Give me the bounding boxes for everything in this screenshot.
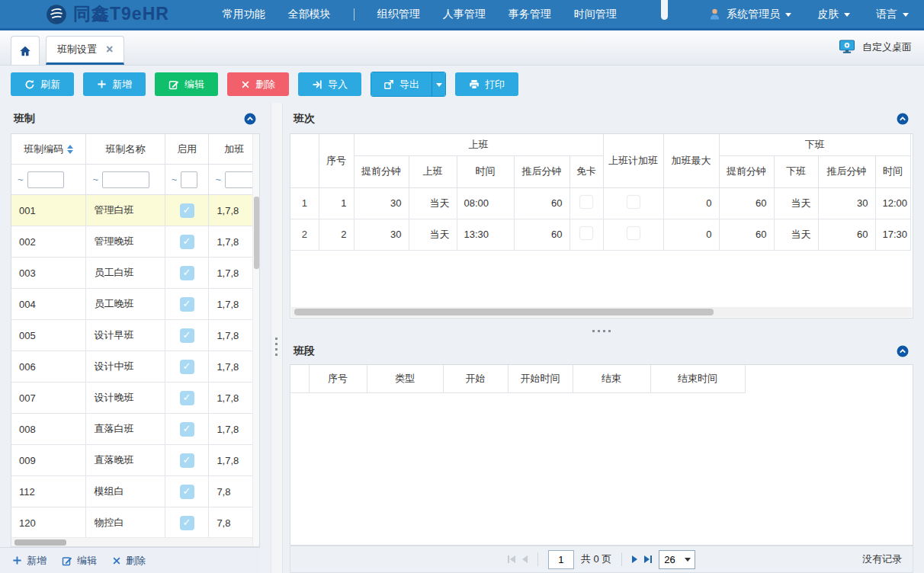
scrollbar-thumb[interactable] — [254, 197, 259, 269]
shift-system-footer: 新增 编辑 删除 — [0, 547, 260, 573]
shift-system-row[interactable]: 005设计早班1,7,8 — [11, 320, 259, 351]
checkbox-unchecked-icon[interactable] — [579, 195, 593, 209]
checkbox-checked-icon[interactable] — [180, 235, 194, 249]
footer-delete-link[interactable]: 删除 — [112, 554, 146, 568]
col-off-time[interactable]: 时间 — [875, 155, 910, 187]
shift-system-row[interactable]: 120物控白7,8 — [11, 507, 259, 539]
col-enabled[interactable]: 启用 — [165, 134, 210, 164]
shift-system-row[interactable]: 007设计晚班1,7,8 — [11, 383, 259, 414]
panel-splitter-vertical[interactable] — [271, 103, 283, 573]
export-button[interactable]: 导出 — [371, 72, 432, 96]
last-page-button[interactable] — [644, 555, 652, 563]
shift-row[interactable]: 1130当天08:0060060当天3012:00 — [290, 187, 910, 219]
checkbox-checked-icon[interactable] — [180, 266, 194, 280]
shift-system-row[interactable]: 006设计中班1,7,8 — [11, 351, 259, 383]
col-seq[interactable]: 序号 — [319, 134, 354, 187]
segment-col-1[interactable]: 序号 — [309, 365, 367, 392]
shift-system-row[interactable]: 002管理晚班1,7,8 — [11, 226, 259, 258]
vertical-scrollbar[interactable] — [252, 134, 259, 546]
segment-col-5[interactable]: 结束 — [573, 365, 650, 392]
filter-overtime-input[interactable] — [225, 171, 255, 188]
shift-system-row[interactable]: 112模组白7,8 — [11, 476, 259, 507]
nav-item-2[interactable]: 全部模块 — [288, 8, 331, 21]
checkbox-checked-icon[interactable] — [180, 391, 194, 405]
col-on-overtime[interactable]: 上班计加班 — [603, 134, 663, 187]
print-button[interactable]: 打印 — [455, 72, 518, 96]
cell-name: 设计早班 — [86, 320, 165, 351]
shift-system-row[interactable]: 003员工白班1,7,8 — [11, 258, 259, 289]
checkbox-unchecked-icon[interactable] — [627, 226, 640, 240]
col-off-day[interactable]: 下班 — [774, 155, 818, 187]
segment-col-4[interactable]: 开始时间 — [508, 365, 573, 392]
checkbox-checked-icon[interactable] — [180, 453, 194, 468]
sort-icon[interactable] — [67, 145, 73, 154]
col-no-card[interactable]: 免卡 — [569, 155, 603, 187]
export-dropdown-button[interactable] — [432, 72, 445, 96]
collapse-button[interactable] — [244, 113, 256, 125]
collapse-button[interactable] — [897, 113, 909, 125]
language-menu[interactable]: 语言 — [876, 8, 909, 21]
col-name[interactable]: 班制名称 — [86, 134, 165, 164]
tab-shift-settings[interactable]: 班制设置 × — [46, 36, 124, 65]
panel-splitter-horizontal[interactable] — [290, 327, 913, 335]
checkbox-checked-icon[interactable] — [180, 516, 194, 530]
checkbox-checked-icon[interactable] — [180, 328, 194, 343]
col-on-late[interactable]: 推后分钟 — [514, 155, 569, 187]
delete-button[interactable]: 删除 — [227, 72, 289, 96]
col-overtime-max[interactable]: 加班最大 — [663, 134, 719, 187]
prev-page-button[interactable] — [522, 555, 528, 563]
cell-on_day: 当天 — [409, 219, 457, 250]
segment-col-2[interactable]: 类型 — [367, 365, 443, 392]
footer-edit-link[interactable]: 编辑 — [62, 554, 97, 568]
filter-code-input[interactable] — [27, 171, 64, 188]
nav-item-1[interactable]: 常用功能 — [223, 8, 265, 21]
nav-item-4[interactable]: 人事管理 — [443, 8, 486, 21]
refresh-button[interactable]: 刷新 — [11, 72, 74, 96]
scrollbar-thumb[interactable] — [294, 309, 714, 315]
cell-code: 007 — [11, 383, 86, 413]
segment-col-3[interactable]: 开始 — [443, 365, 508, 392]
nav-item-5[interactable]: 事务管理 — [509, 8, 551, 21]
page-number-input[interactable] — [548, 550, 574, 569]
user-menu[interactable]: 系统管理员 — [708, 8, 791, 21]
checkbox-checked-icon[interactable] — [180, 297, 194, 312]
checkbox-checked-icon[interactable] — [180, 422, 194, 437]
col-off-late[interactable]: 推后分钟 — [818, 155, 875, 187]
checkbox-checked-icon[interactable] — [180, 203, 194, 218]
col-code[interactable]: 班制编码 — [11, 134, 86, 164]
col-on-time[interactable]: 时间 — [457, 155, 514, 187]
shift-system-row[interactable]: 004员工晚班1,7,8 — [11, 289, 259, 320]
page-size-select[interactable]: 26 — [659, 550, 695, 569]
edit-button[interactable]: 编辑 — [155, 72, 218, 96]
nav-item-6[interactable]: 时间管理 — [574, 8, 617, 21]
col-on-day[interactable]: 上班 — [409, 155, 457, 187]
scrollbar-thumb[interactable] — [14, 539, 66, 546]
checkbox-unchecked-icon[interactable] — [579, 226, 593, 240]
checkbox-checked-icon[interactable] — [180, 360, 194, 374]
first-page-button[interactable] — [508, 555, 515, 563]
horizontal-scrollbar[interactable] — [291, 307, 912, 317]
filter-enabled-input[interactable] — [181, 171, 197, 188]
import-button[interactable]: 导入 — [298, 72, 361, 96]
checkbox-checked-icon[interactable] — [180, 485, 194, 499]
shift-system-row[interactable]: 008直落白班1,7,8 — [11, 414, 259, 445]
horizontal-scrollbar[interactable] — [11, 537, 252, 546]
nav-item-3[interactable]: 组织管理 — [377, 8, 420, 21]
filter-name-input[interactable] — [102, 171, 149, 188]
collapse-button[interactable] — [897, 345, 909, 357]
next-page-button[interactable] — [632, 555, 637, 563]
segment-col-6[interactable]: 结束时间 — [650, 365, 745, 392]
shift-row[interactable]: 2230当天13:3060060当天6017:30 — [290, 219, 910, 250]
skin-menu[interactable]: 皮肤 — [817, 8, 850, 21]
col-off-early[interactable]: 提前分钟 — [719, 155, 774, 187]
nav-scrollbar-thumb[interactable] — [661, 0, 668, 20]
close-icon[interactable]: × — [106, 43, 113, 56]
shift-system-row[interactable]: 001管理白班1,7,8 — [11, 195, 259, 226]
col-on-early[interactable]: 提前分钟 — [354, 155, 409, 187]
shift-system-row[interactable]: 009直落晚班1,7,8 — [11, 445, 259, 476]
tab-home[interactable] — [11, 36, 40, 65]
checkbox-unchecked-icon[interactable] — [627, 195, 640, 209]
add-button[interactable]: 新增 — [83, 72, 146, 96]
footer-add-link[interactable]: 新增 — [12, 554, 47, 568]
custom-desktop-button[interactable]: 自定义桌面 — [839, 40, 912, 54]
